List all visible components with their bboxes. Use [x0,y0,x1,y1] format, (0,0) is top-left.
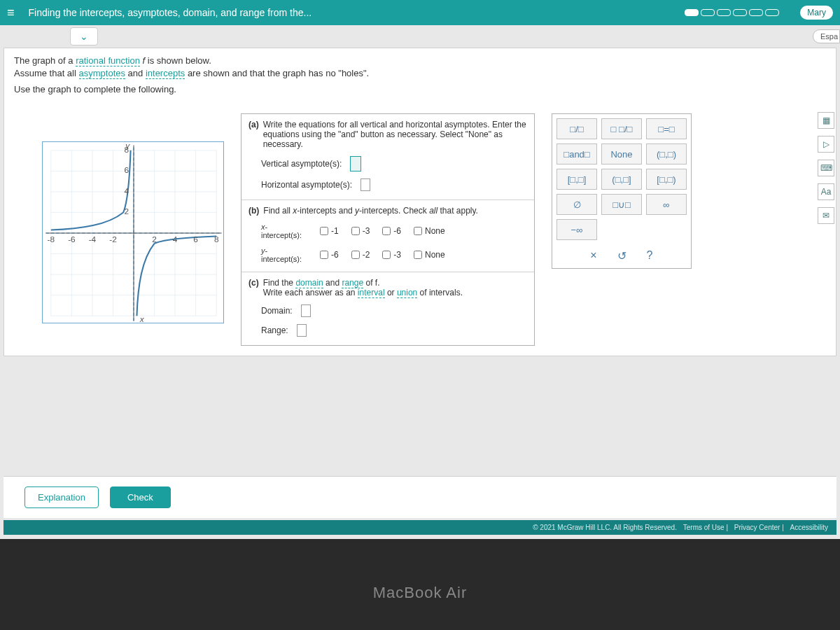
part-a-label: (a) [248,120,259,130]
side-toolbar: ▦ ▷ ⌨ Aa ✉ [818,112,839,224]
svg-text:2: 2 [124,206,129,216]
pal-undo[interactable]: ↺ [612,247,631,264]
y-intercept-opt-1[interactable]: -6 [320,250,339,260]
terms-link[interactable]: Terms of Use [683,524,724,531]
term-asymptotes[interactable]: asymptotes [79,68,125,79]
x-intercept-opt-2[interactable]: -3 [351,226,370,236]
x-intercept-opt-3[interactable]: -6 [382,226,401,236]
pal-fraction[interactable]: □/□ [556,118,597,139]
svg-text:-8: -8 [48,234,55,244]
chevron-down-icon: ⌄ [80,31,88,42]
pal-help[interactable]: ? [640,247,659,264]
pal-open-closed[interactable]: (□,□] [601,169,642,190]
play-icon[interactable]: ▷ [818,136,834,153]
svg-text:-2: -2 [109,234,117,244]
menu-icon[interactable]: ≡ [7,6,15,20]
part-c-label: (c) [248,278,259,288]
svg-text:4: 4 [173,234,178,244]
term-rational-function[interactable]: rational function [76,55,140,66]
y-intercept-opt-2[interactable]: -2 [351,250,370,260]
svg-text:-4: -4 [89,234,97,244]
part-a-text: Write the equations for all vertical and… [263,120,527,149]
y-intercept-opt-3[interactable]: -3 [382,250,401,260]
domain-input[interactable] [301,304,311,317]
laptop-bezel-label: MacBook Air [0,584,840,602]
pal-none[interactable]: None [601,144,642,164]
x-intercept-opt-none[interactable]: None [414,226,445,236]
pal-emptyset[interactable]: ∅ [556,194,597,215]
privacy-link[interactable]: Privacy Center [734,524,780,531]
vertical-asymptote-label: Vertical asymptote(s): [261,159,342,169]
x-intercept-opt-1[interactable]: -1 [320,226,339,236]
pal-delete[interactable]: × [584,247,603,264]
pal-and[interactable]: □and□ [556,144,597,164]
keyboard-icon[interactable]: ⌨ [818,160,834,176]
font-icon[interactable]: Aa [818,183,834,200]
svg-text:2: 2 [152,234,157,244]
pal-infinity[interactable]: ∞ [646,194,687,215]
horizontal-asymptote-label: Horizontal asymptote(s): [261,180,352,190]
vertical-asymptote-input[interactable] [350,156,361,172]
page-title: Finding the intercepts, asymptotes, doma… [29,7,685,18]
svg-text:4: 4 [124,186,129,196]
svg-text:-6: -6 [68,234,76,244]
pal-closed-open[interactable]: [□,□) [646,169,687,190]
accessibility-link[interactable]: Accessibility [790,524,828,531]
lesson-dropdown[interactable]: ⌄ [70,27,98,46]
svg-text:x: x [139,314,145,324]
part-b-text: Find all x-intercepts and y-intercepts. … [263,206,478,216]
graph-plot: -8-6-4-2 2468 8642 x y [42,141,224,323]
calculator-icon[interactable]: ▦ [818,112,834,129]
copyright-bar: © 2021 McGraw Hill LLC. All Rights Reser… [4,520,836,535]
progress-indicator [685,9,779,16]
pal-union[interactable]: □∪□ [601,194,642,215]
part-c-text: Find the domain and range of f. Write ea… [263,278,463,298]
y-intercept-opt-none[interactable]: None [414,250,445,260]
range-input[interactable] [297,324,307,337]
domain-label: Domain: [261,306,293,316]
pal-equals[interactable]: □=□ [646,118,687,139]
svg-text:6: 6 [124,165,129,175]
svg-text:6: 6 [193,234,198,244]
mail-icon[interactable]: ✉ [818,207,834,224]
problem-statement: The graph of a rational function f f is … [4,48,836,104]
question-panel: (a) Write the equations for all vertical… [241,113,535,346]
range-label: Range: [261,326,288,335]
language-button[interactable]: Espa [813,29,840,43]
svg-text:y: y [125,142,130,150]
explanation-button[interactable]: Explanation [24,486,99,508]
part-b-label: (b) [248,206,259,216]
pal-closed-closed[interactable]: [□,□] [556,169,597,190]
svg-text:8: 8 [214,234,219,244]
check-button[interactable]: Check [110,486,171,508]
pal-neg-infinity[interactable]: −∞ [556,219,597,240]
user-badge[interactable]: Mary [800,6,833,20]
horizontal-asymptote-input[interactable] [360,178,370,191]
pal-mixed-fraction[interactable]: □ □/□ [601,118,642,139]
pal-open-open[interactable]: (□,□) [646,144,687,164]
math-palette: □/□ □ □/□ □=□ □and□ None (□,□) [□,□] (□,… [552,113,692,269]
term-intercepts[interactable]: intercepts [146,68,185,79]
